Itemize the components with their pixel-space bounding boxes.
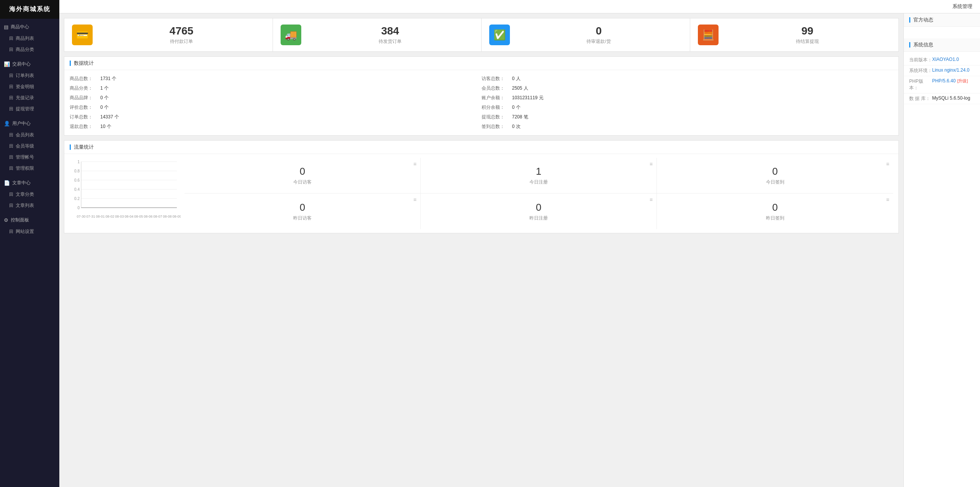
stat-card[interactable]: 💳 4765 待付款订单 [64, 18, 273, 51]
data-stat-row: 积分余额：0 个 [482, 103, 893, 112]
topbar-label: 系统管理 [952, 3, 972, 10]
sidebar-item-会员等级[interactable]: 田会员等级 [0, 141, 59, 152]
stat-card[interactable]: 🚚 384 待发货订单 [273, 18, 482, 51]
stat-label: 待审退款/货 [586, 38, 611, 45]
section-icon: ⚙ [4, 217, 8, 223]
flow-metric-icon[interactable]: ≡ [886, 197, 889, 203]
sidebar-item-管理帐号[interactable]: 田管理帐号 [0, 152, 59, 163]
sidebar: 海外商城系统 ▤商品中心田商品列表田商品分类📊交易中心田订单列表田资金明细田充值… [0, 0, 59, 487]
flow-stats-block: 流量统计 00.20.40.60.8107-3007-3108-0108-020… [64, 140, 899, 233]
sidebar-section: 📄文章中心田文章分类田文章列表 [0, 175, 59, 212]
item-icon: 田 [9, 132, 13, 138]
sidebar-item-充值记录[interactable]: 田充值记录 [0, 92, 59, 103]
item-icon: 田 [9, 143, 13, 149]
flow-metric-num: 0 [536, 202, 541, 213]
svg-text:0.4: 0.4 [74, 187, 80, 192]
svg-text:0.6: 0.6 [74, 178, 80, 182]
sys-info-val: PHP/5.6.40[升级] [932, 78, 975, 91]
sidebar-section: ▤商品中心田商品列表田商品分类 [0, 19, 59, 56]
flow-metric-icon[interactable]: ≡ [650, 197, 653, 203]
sidebar-item-文章列表[interactable]: 田文章列表 [0, 200, 59, 211]
svg-text:0.2: 0.2 [74, 197, 80, 201]
item-label: 网站设置 [16, 228, 34, 235]
flow-metric: ≡ 0 今日访客 [185, 158, 421, 193]
official-title: 官方动态 [904, 13, 980, 27]
stat-key: 积分余额： [482, 104, 512, 111]
sidebar-section-header[interactable]: 📊交易中心 [0, 58, 59, 70]
stat-info: 0 待审退款/货 [515, 25, 682, 45]
sidebar-item-订单列表[interactable]: 田订单列表 [0, 70, 59, 81]
stat-card[interactable]: ✅ 0 待审退款/货 [482, 18, 690, 51]
section-label: 商品中心 [11, 24, 29, 30]
data-stats-grid: 商品总数：1731 个商品分类：1 个商品品牌：0 个评价总数：0 个订单总数：… [64, 70, 898, 135]
sidebar-item-管理权限[interactable]: 田管理权限 [0, 163, 59, 174]
svg-text:1: 1 [77, 160, 80, 164]
main-area: 系统管理 💳 4765 待付款订单 🚚 384 待发货订单 ✅ 0 待审退款/货… [59, 0, 980, 487]
svg-text:08-05: 08-05 [134, 215, 143, 218]
stat-val: 0 个 [100, 95, 109, 101]
stat-key: 商品品牌： [70, 95, 100, 101]
stat-key: 评价总数： [70, 104, 100, 111]
flow-stats-title: 流量统计 [64, 141, 898, 154]
flow-chart-svg: 00.20.40.60.8107-3007-3108-0108-0208-030… [70, 158, 181, 219]
flow-metric: ≡ 1 今日注册 [421, 158, 657, 193]
section-label: 用户中心 [12, 120, 31, 127]
sys-info-val: XIAOYAO1.0 [932, 57, 975, 63]
warning-badge[interactable]: [升级] [957, 79, 968, 83]
section-icon: 👤 [4, 121, 10, 126]
app-title: 海外商城系统 [0, 0, 59, 19]
stat-val: 2505 人 [512, 85, 528, 92]
flow-metric-icon[interactable]: ≡ [650, 161, 653, 167]
data-stat-row: 会员总数：2505 人 [482, 84, 893, 93]
sidebar-section-header[interactable]: ⚙控制面板 [0, 214, 59, 226]
right-panel: 官方动态 系统信息 当前版本：XIAOYAO1.0系统环境：Linux ngin… [903, 13, 980, 487]
flow-metric-icon[interactable]: ≡ [886, 161, 889, 167]
stat-key: 商品分类： [70, 85, 100, 92]
sidebar-section-header[interactable]: ▤商品中心 [0, 21, 59, 33]
item-label: 订单列表 [16, 72, 34, 79]
item-label: 商品分类 [16, 46, 34, 53]
stat-number: 0 [596, 25, 602, 37]
flow-metric: ≡ 0 昨日签到 [657, 193, 893, 229]
stat-key: 会员总数： [482, 85, 512, 92]
sidebar-item-商品列表[interactable]: 田商品列表 [0, 33, 59, 44]
sidebar-item-会员列表[interactable]: 田会员列表 [0, 130, 59, 141]
sys-info-table: 当前版本：XIAOYAO1.0系统环境：Linux nginx/1.24.0PH… [904, 52, 980, 107]
sidebar-section-header[interactable]: 📄文章中心 [0, 177, 59, 189]
flow-metric-label: 昨日访客 [293, 215, 312, 221]
svg-text:08-04: 08-04 [124, 215, 133, 218]
flow-metric-label: 今日注册 [529, 179, 548, 185]
flow-metric-icon[interactable]: ≡ [413, 197, 416, 203]
data-stat-row: 商品分类：1 个 [70, 84, 482, 93]
item-icon: 田 [9, 95, 13, 101]
sidebar-item-文章分类[interactable]: 田文章分类 [0, 189, 59, 200]
stat-number: 99 [801, 25, 813, 37]
sidebar-item-商品分类[interactable]: 田商品分类 [0, 44, 59, 55]
sidebar-section: 📊交易中心田订单列表田资金明细田充值记录田提现管理 [0, 56, 59, 115]
stat-card[interactable]: 🧮 99 待结算提现 [690, 18, 898, 51]
flow-metric: ≡ 0 昨日注册 [421, 193, 657, 229]
stat-key: 订单总数： [70, 114, 100, 120]
stat-icon: 💳 [72, 25, 93, 45]
section-label: 文章中心 [12, 180, 31, 186]
svg-text:08-03: 08-03 [115, 215, 124, 218]
sidebar-item-资金明细[interactable]: 田资金明细 [0, 81, 59, 92]
item-label: 文章列表 [16, 202, 34, 209]
item-icon: 田 [9, 203, 13, 208]
svg-text:08-02: 08-02 [105, 215, 114, 218]
sidebar-section: 👤用户中心田会员列表田会员等级田管理帐号田管理权限 [0, 115, 59, 175]
stat-key: 签到总数： [482, 123, 512, 130]
topbar: 系统管理 [59, 0, 980, 13]
sidebar-item-提现管理[interactable]: 田提现管理 [0, 103, 59, 115]
stat-label: 待结算提现 [796, 38, 819, 45]
item-label: 管理权限 [16, 165, 34, 172]
stat-icon: ✅ [489, 25, 510, 45]
stat-key: 账户余额： [482, 95, 512, 101]
sidebar-item-网站设置[interactable]: 田网站设置 [0, 226, 59, 237]
sys-info-row: 当前版本：XIAOYAO1.0 [904, 55, 980, 66]
item-icon: 田 [9, 36, 13, 41]
item-icon: 田 [9, 106, 13, 112]
sidebar-section-header[interactable]: 👤用户中心 [0, 118, 59, 130]
data-stat-row: 签到总数：0 次 [482, 122, 893, 131]
flow-metric-icon[interactable]: ≡ [413, 161, 416, 167]
